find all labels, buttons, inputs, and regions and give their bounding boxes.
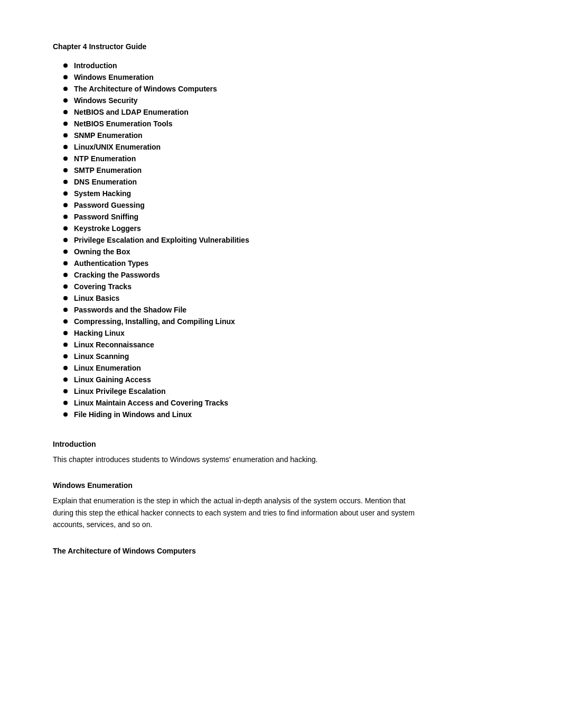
toc-item-label: System Hacking [74, 189, 131, 198]
toc-list: IntroductionWindows EnumerationThe Archi… [53, 61, 423, 419]
toc-item[interactable]: Compressing, Installing, and Compiling L… [63, 317, 423, 326]
bullet-icon [63, 250, 68, 254]
toc-item[interactable]: Windows Security [63, 96, 423, 105]
bullet-icon [63, 110, 68, 114]
toc-item[interactable]: Privilege Escalation and Exploiting Vuln… [63, 236, 423, 244]
toc-item-label: Hacking Linux [74, 329, 125, 337]
toc-item-label: Linux Privilege Escalation [74, 387, 166, 395]
section-heading: Windows Enumeration [53, 481, 423, 490]
bullet-icon [63, 122, 68, 126]
bullet-icon [63, 284, 68, 289]
bullet-icon [63, 145, 68, 149]
toc-item[interactable]: Linux/UNIX Enumeration [63, 143, 423, 151]
bullet-icon [63, 366, 68, 370]
toc-item-label: Passwords and the Shadow File [74, 306, 186, 314]
section-heading: The Architecture of Windows Computers [53, 547, 423, 555]
toc-item-label: Authentication Types [74, 259, 148, 268]
bullet-icon [63, 377, 68, 382]
toc-item-label: Privilege Escalation and Exploiting Vuln… [74, 236, 249, 244]
toc-item[interactable]: Linux Enumeration [63, 364, 423, 372]
toc-item[interactable]: Password Guessing [63, 201, 423, 209]
bullet-icon [63, 412, 68, 417]
bullet-icon [63, 308, 68, 312]
bullet-icon [63, 261, 68, 265]
toc-item[interactable]: Passwords and the Shadow File [63, 306, 423, 314]
toc-item[interactable]: Windows Enumeration [63, 73, 423, 81]
toc-item-label: SMTP Enumeration [74, 166, 142, 174]
toc-item-label: Introduction [74, 61, 117, 70]
sections-container: IntroductionThis chapter introduces stud… [53, 440, 423, 555]
toc-item-label: Windows Enumeration [74, 73, 154, 81]
toc-item[interactable]: Password Sniffing [63, 213, 423, 221]
bullet-icon [63, 401, 68, 405]
bullet-icon [63, 180, 68, 184]
bullet-icon [63, 168, 68, 172]
bullet-icon [63, 238, 68, 242]
section-body: Explain that enumeration is the step in … [53, 495, 423, 530]
toc-item[interactable]: Linux Reconnaissance [63, 340, 423, 349]
toc-item-label: File Hiding in Windows and Linux [74, 410, 192, 419]
bullet-icon [63, 98, 68, 103]
toc-item-label: Compressing, Installing, and Compiling L… [74, 317, 235, 326]
bullet-icon [63, 389, 68, 393]
toc-item[interactable]: Owning the Box [63, 247, 423, 256]
toc-item-label: Linux Enumeration [74, 364, 141, 372]
toc-item-label: Linux Maintain Access and Covering Track… [74, 399, 228, 407]
toc-item[interactable]: Covering Tracks [63, 282, 423, 291]
toc-item[interactable]: NetBIOS and LDAP Enumeration [63, 108, 423, 116]
toc-item[interactable]: Linux Maintain Access and Covering Track… [63, 399, 423, 407]
toc-item[interactable]: Linux Privilege Escalation [63, 387, 423, 395]
bullet-icon [63, 319, 68, 324]
toc-item[interactable]: NetBIOS Enumeration Tools [63, 119, 423, 128]
toc-item-label: SNMP Enumeration [74, 131, 143, 140]
toc-item-label: Password Sniffing [74, 213, 138, 221]
toc-item[interactable]: Linux Gaining Access [63, 375, 423, 384]
section-heading: Introduction [53, 440, 423, 448]
toc-item[interactable]: DNS Enumeration [63, 178, 423, 186]
toc-item[interactable]: Linux Scanning [63, 352, 423, 361]
toc-item[interactable]: Cracking the Passwords [63, 271, 423, 279]
toc-item-label: NetBIOS Enumeration Tools [74, 119, 172, 128]
toc-item-label: Linux/UNIX Enumeration [74, 143, 161, 151]
toc-item[interactable]: Hacking Linux [63, 329, 423, 337]
chapter-title: Chapter 4 Instructor Guide [53, 42, 423, 51]
toc-item[interactable]: SNMP Enumeration [63, 131, 423, 140]
toc-item-label: Owning the Box [74, 247, 130, 256]
bullet-icon [63, 354, 68, 358]
bullet-icon [63, 63, 68, 68]
toc-item-label: NetBIOS and LDAP Enumeration [74, 108, 189, 116]
toc-item-label: Linux Scanning [74, 352, 129, 361]
toc-item-label: The Architecture of Windows Computers [74, 85, 217, 93]
toc-item-label: Windows Security [74, 96, 137, 105]
bullet-icon [63, 75, 68, 79]
toc-item-label: Keystroke Loggers [74, 224, 141, 233]
bullet-icon [63, 133, 68, 137]
toc-item[interactable]: Introduction [63, 61, 423, 70]
toc-item-label: Cracking the Passwords [74, 271, 160, 279]
bullet-icon [63, 203, 68, 207]
toc-item[interactable]: Keystroke Loggers [63, 224, 423, 233]
toc-item-label: Linux Basics [74, 294, 119, 302]
toc-item[interactable]: NTP Enumeration [63, 154, 423, 163]
toc-item[interactable]: Linux Basics [63, 294, 423, 302]
bullet-icon [63, 156, 68, 161]
bullet-icon [63, 87, 68, 91]
toc-item[interactable]: Authentication Types [63, 259, 423, 268]
section-body: This chapter introduces students to Wind… [53, 454, 423, 465]
bullet-icon [63, 226, 68, 231]
bullet-icon [63, 273, 68, 277]
toc-item-label: DNS Enumeration [74, 178, 137, 186]
bullet-icon [63, 215, 68, 219]
toc-item-label: Covering Tracks [74, 282, 132, 291]
bullet-icon [63, 343, 68, 347]
toc-item-label: Linux Gaining Access [74, 375, 151, 384]
toc-item[interactable]: System Hacking [63, 189, 423, 198]
bullet-icon [63, 296, 68, 300]
bullet-icon [63, 191, 68, 196]
toc-item[interactable]: File Hiding in Windows and Linux [63, 410, 423, 419]
toc-item[interactable]: SMTP Enumeration [63, 166, 423, 174]
bullet-icon [63, 331, 68, 335]
toc-item-label: Linux Reconnaissance [74, 340, 154, 349]
page-container: Chapter 4 Instructor Guide IntroductionW… [0, 0, 475, 603]
toc-item[interactable]: The Architecture of Windows Computers [63, 85, 423, 93]
